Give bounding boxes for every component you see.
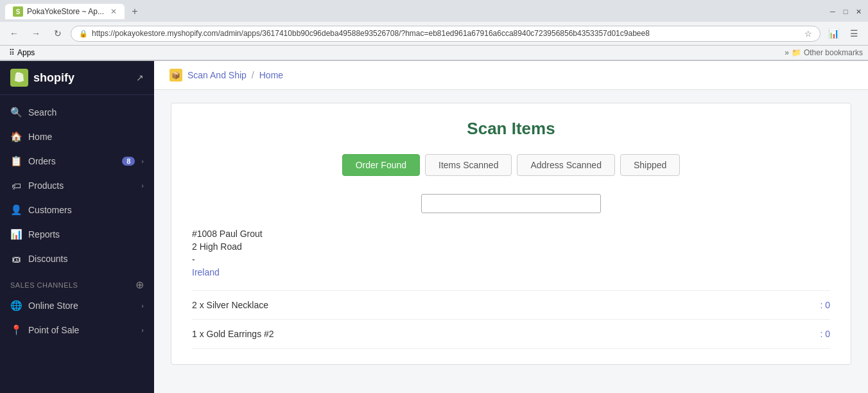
bookmarks-bar-right: » 📁 Other bookmarks <box>785 48 863 57</box>
items-list: 2 x Silver Necklace : 0 1 x Gold Earring… <box>192 290 830 349</box>
sidebar-customers-label: Customers <box>28 205 144 215</box>
apps-bookmark[interactable]: ⠿ Apps <box>5 47 39 58</box>
shopify-logo: shopify <box>10 69 74 87</box>
sidebar-nav: 🔍 Search 🏠 Home 📋 Orders 8 › 🏷 Products … <box>0 95 154 393</box>
sidebar-search-label: Search <box>28 107 144 118</box>
sidebar-item-search[interactable]: 🔍 Search <box>0 100 154 125</box>
bookmark-star-icon[interactable]: ☆ <box>804 29 812 39</box>
sidebar-item-orders[interactable]: 📋 Orders 8 › <box>0 149 154 173</box>
step-order-found[interactable]: Order Found <box>342 154 420 176</box>
point-of-sale-chevron-icon: › <box>141 326 144 334</box>
folder-icon: 📁 <box>792 48 801 57</box>
table-row: 2 x Silver Necklace : 0 <box>192 291 830 320</box>
online-store-chevron-icon: › <box>141 302 144 310</box>
main-content: 📦 Scan And Ship / Home Scan Items Order … <box>154 61 868 393</box>
chevron-right-icon: » <box>785 48 789 57</box>
app-layout: shopify ↗ 🔍 Search 🏠 Home 📋 Orders 8 › <box>0 61 868 393</box>
tab-title: PokaYokeStore ~ Ap... <box>27 7 104 16</box>
scan-input[interactable] <box>421 194 601 213</box>
breadcrumb-current-page: Home <box>259 70 283 80</box>
tab-favicon: S <box>13 6 23 17</box>
order-info: #1008 Paul Grout 2 High Road - Ireland <box>192 229 830 290</box>
sidebar-item-home[interactable]: 🏠 Home <box>0 125 154 149</box>
sidebar-item-reports[interactable]: 📊 Reports <box>0 222 154 247</box>
maximize-button[interactable]: □ <box>841 7 850 16</box>
step-shipped[interactable]: Shipped <box>620 154 680 176</box>
order-name: #1008 Paul Grout <box>192 229 830 239</box>
scan-title: Scan Items <box>192 119 830 139</box>
orders-chevron-icon: › <box>141 157 144 165</box>
breadcrumb-separator: / <box>252 70 254 80</box>
browser-toolbar: ← → ↻ 🔒 https://pokayokestore.myshopify.… <box>0 22 868 46</box>
item-count-0: : 0 <box>820 300 830 310</box>
apps-grid-icon: ⠿ <box>9 48 15 57</box>
menu-icon[interactable]: ☰ <box>845 24 863 42</box>
products-icon: 🏷 <box>10 180 22 191</box>
sidebar-online-store-label: Online Store <box>28 301 135 311</box>
table-row: 1 x Gold Earrings #2 : 0 <box>192 320 830 349</box>
sidebar-point-of-sale-label: Point of Sale <box>28 325 135 335</box>
scan-steps: Order Found Items Scanned Address Scanne… <box>192 154 830 176</box>
sidebar-item-products[interactable]: 🏷 Products › <box>0 173 154 198</box>
order-address2: - <box>192 254 830 265</box>
sidebar-reports-label: Reports <box>28 229 144 240</box>
apps-label: Apps <box>17 48 35 57</box>
reports-icon: 📊 <box>10 229 22 240</box>
tab-close-icon[interactable]: ✕ <box>110 7 117 16</box>
shopify-logo-icon <box>10 69 28 87</box>
step-address-scanned[interactable]: Address Scanned <box>517 154 615 176</box>
lock-icon: 🔒 <box>79 30 88 38</box>
order-address1: 2 High Road <box>192 241 830 252</box>
breadcrumb-app-icon: 📦 <box>169 69 182 82</box>
point-of-sale-icon: 📍 <box>10 324 22 336</box>
step-items-scanned[interactable]: Items Scanned <box>425 154 512 176</box>
home-icon: 🏠 <box>10 131 22 143</box>
customers-icon: 👤 <box>10 204 22 216</box>
external-link-icon[interactable]: ↗ <box>136 73 144 83</box>
minimize-button[interactable]: ─ <box>828 7 837 16</box>
close-window-button[interactable]: ✕ <box>854 7 863 16</box>
sidebar-item-discounts[interactable]: 🎟 Discounts <box>0 247 154 271</box>
item-count-1: : 0 <box>820 329 830 339</box>
products-chevron-icon: › <box>141 182 144 189</box>
shopify-logo-text: shopify <box>33 71 74 85</box>
forward-button[interactable]: → <box>27 24 45 42</box>
scan-input-container <box>192 194 830 213</box>
content-area: Scan Items Order Found Items Scanned Add… <box>154 90 868 378</box>
new-tab-button[interactable]: + <box>127 4 143 19</box>
discounts-icon: 🎟 <box>10 253 22 265</box>
order-country: Ireland <box>192 267 830 277</box>
browser-tab[interactable]: S PokaYokeStore ~ Ap... ✕ <box>5 4 125 19</box>
scan-card: Scan Items Order Found Items Scanned Add… <box>171 103 851 365</box>
add-sales-channel-icon[interactable]: ⊕ <box>135 279 144 291</box>
breadcrumb: 📦 Scan And Ship / Home <box>154 61 868 90</box>
sales-channels-section: SALES CHANNELS ⊕ <box>0 271 154 293</box>
sidebar-header: shopify ↗ <box>0 61 154 95</box>
bookmarks-bar: ⠿ Apps » 📁 Other bookmarks <box>0 46 868 60</box>
toolbar-icons: 📊 ☰ <box>824 24 863 42</box>
address-bar[interactable]: 🔒 https://pokayokestore.myshopify.com/ad… <box>71 26 820 42</box>
window-controls: ─ □ ✕ <box>828 7 863 16</box>
refresh-button[interactable]: ↻ <box>49 24 67 42</box>
other-bookmarks-label: Other bookmarks <box>804 48 863 57</box>
sidebar: shopify ↗ 🔍 Search 🏠 Home 📋 Orders 8 › <box>0 61 154 393</box>
sidebar-orders-label: Orders <box>28 156 116 166</box>
url-text: https://pokayokestore.myshopify.com/admi… <box>92 29 801 38</box>
item-name-1: 1 x Gold Earrings #2 <box>192 329 274 339</box>
orders-icon: 📋 <box>10 155 22 167</box>
sidebar-products-label: Products <box>28 180 135 191</box>
extension-icon[interactable]: 📊 <box>824 24 842 42</box>
online-store-icon: 🌐 <box>10 300 22 311</box>
search-icon: 🔍 <box>10 107 22 118</box>
back-button[interactable]: ← <box>5 24 23 42</box>
browser-titlebar: S PokaYokeStore ~ Ap... ✕ + ─ □ ✕ <box>0 0 868 22</box>
breadcrumb-app-name[interactable]: Scan And Ship <box>187 70 247 80</box>
sidebar-home-label: Home <box>28 132 144 142</box>
sidebar-item-online-store[interactable]: 🌐 Online Store › <box>0 293 154 318</box>
sales-channels-label: SALES CHANNELS <box>10 281 78 289</box>
sidebar-item-customers[interactable]: 👤 Customers <box>0 198 154 222</box>
orders-badge: 8 <box>122 157 135 166</box>
browser-chrome: S PokaYokeStore ~ Ap... ✕ + ─ □ ✕ ← → ↻ … <box>0 0 868 61</box>
sidebar-item-point-of-sale[interactable]: 📍 Point of Sale › <box>0 318 154 342</box>
item-name-0: 2 x Silver Necklace <box>192 300 268 310</box>
